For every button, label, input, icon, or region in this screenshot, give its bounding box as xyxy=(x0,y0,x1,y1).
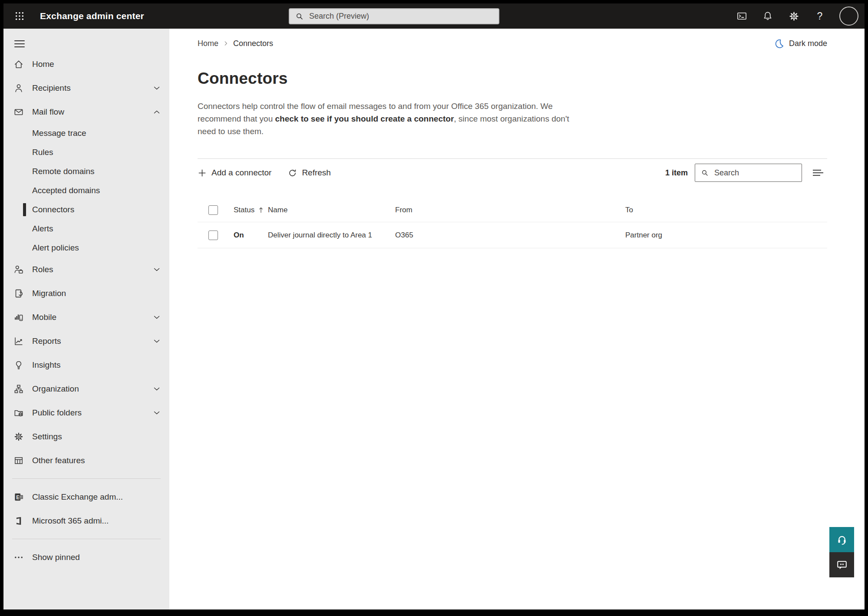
add-connector-label: Add a connector xyxy=(211,168,271,178)
column-label: Name xyxy=(268,206,287,214)
sidebar-item-remote-domains[interactable]: Remote domains xyxy=(3,162,169,181)
create-connector-link[interactable]: check to see if you should create a conn… xyxy=(275,114,454,123)
gear-icon xyxy=(13,431,24,442)
mobile-icon xyxy=(13,312,24,323)
sidebar-item-classic-exchange-admin[interactable]: E Classic Exchange adm... xyxy=(3,485,169,509)
sidebar-item-label: Home xyxy=(32,59,54,69)
sidebar-item-mobile[interactable]: Mobile xyxy=(3,305,169,329)
sort-ascending-icon xyxy=(258,206,264,214)
chevron-down-icon xyxy=(152,313,162,322)
refresh-icon xyxy=(288,168,297,178)
sidebar-item-reports[interactable]: Reports xyxy=(3,329,169,353)
app-launcher-icon xyxy=(15,11,24,21)
refresh-button[interactable]: Refresh xyxy=(288,168,331,178)
global-search-box[interactable] xyxy=(289,8,499,24)
migration-icon xyxy=(13,288,24,299)
chevron-down-icon xyxy=(152,336,162,346)
dark-mode-label: Dark mode xyxy=(789,39,827,48)
sidebar-item-label: Reports xyxy=(32,336,61,346)
sidebar-item-label: Recipients xyxy=(32,83,71,93)
sidebar-item-microsoft-365-admin[interactable]: Microsoft 365 admi... xyxy=(3,509,169,533)
page-title: Connectors xyxy=(198,69,827,88)
sidebar-item-show-pinned[interactable]: Show pinned xyxy=(3,545,169,569)
bell-icon xyxy=(762,10,773,22)
chevron-down-icon xyxy=(152,83,162,93)
column-header-name[interactable]: Name xyxy=(268,206,395,214)
sidebar-item-label: Public folders xyxy=(32,408,82,418)
sidebar-item-rules[interactable]: Rules xyxy=(3,143,169,162)
sidebar-item-label: Message trace xyxy=(32,128,86,138)
sidebar-item-alert-policies[interactable]: Alert policies xyxy=(3,238,169,257)
breadcrumb-chevron-icon xyxy=(223,40,229,47)
sidebar-item-recipients[interactable]: Recipients xyxy=(3,76,169,100)
chevron-down-icon xyxy=(152,384,162,394)
sidebar-item-mail-flow[interactable]: Mail flow xyxy=(3,100,169,124)
dark-mode-toggle[interactable]: Dark mode xyxy=(774,38,827,49)
powershell-terminal-icon xyxy=(736,11,748,21)
column-header-from[interactable]: From xyxy=(395,206,625,214)
notifications-button[interactable] xyxy=(761,10,774,23)
app-launcher-button[interactable] xyxy=(10,6,30,26)
list-search-box[interactable] xyxy=(695,164,802,182)
connectors-table: Status Name From To On Deliver journal d… xyxy=(198,198,827,248)
hamburger-icon xyxy=(14,39,25,49)
sidebar-item-migration[interactable]: Migration xyxy=(3,281,169,305)
filter-button[interactable] xyxy=(812,168,825,178)
sidebar-item-other-features[interactable]: Other features xyxy=(3,448,169,472)
table-row[interactable]: On Deliver journal directly to Area 1 O3… xyxy=(198,222,827,248)
feedback-button[interactable] xyxy=(829,552,854,577)
support-button[interactable] xyxy=(829,527,854,552)
exchange-admin-center-window: Exchange admin center xyxy=(3,3,865,609)
nav-collapse-button[interactable] xyxy=(13,37,26,50)
sidebar-item-insights[interactable]: Insights xyxy=(3,353,169,377)
add-connector-button[interactable]: Add a connector xyxy=(198,168,271,178)
sidebar-item-public-folders[interactable]: Public folders xyxy=(3,401,169,425)
sidebar-item-accepted-domains[interactable]: Accepted domains xyxy=(3,181,169,200)
sidebar-item-organization[interactable]: Organization xyxy=(3,377,169,401)
sidebar-item-roles[interactable]: Roles xyxy=(3,257,169,281)
sidebar-item-home[interactable]: Home xyxy=(3,52,169,76)
sidebar-item-label: Insights xyxy=(32,360,60,370)
sidebar-item-label: Connectors xyxy=(32,205,74,214)
column-label: Status xyxy=(234,206,254,214)
sidebar-item-settings[interactable]: Settings xyxy=(3,425,169,448)
column-header-to[interactable]: To xyxy=(625,206,827,214)
chevron-down-icon xyxy=(152,265,162,274)
column-header-status[interactable]: Status xyxy=(234,206,268,214)
screenshot-frame: Exchange admin center xyxy=(0,0,868,616)
account-avatar[interactable] xyxy=(839,7,858,26)
gear-icon xyxy=(789,11,799,22)
main-content: Home Connectors Dark mode Connectors Con… xyxy=(169,29,865,609)
top-bar-actions: ? xyxy=(735,3,858,29)
column-label: To xyxy=(625,206,633,214)
plus-icon xyxy=(198,168,207,178)
sidebar-item-alerts[interactable]: Alerts xyxy=(3,219,169,238)
list-search-input[interactable] xyxy=(713,168,802,178)
powershell-terminal-button[interactable] xyxy=(735,10,748,23)
sidebar-item-connectors[interactable]: Connectors xyxy=(3,200,169,219)
left-nav-sidebar: Home Recipients Mail flow xyxy=(3,29,169,609)
sidebar-item-message-trace[interactable]: Message trace xyxy=(3,124,169,143)
breadcrumb-current: Connectors xyxy=(233,39,273,48)
row-checkbox[interactable] xyxy=(208,231,218,240)
sidebar-item-label: Alert policies xyxy=(32,243,79,253)
more-dots-icon xyxy=(13,552,24,563)
settings-button[interactable] xyxy=(787,10,800,23)
select-all-checkbox[interactable] xyxy=(208,205,218,215)
sidebar-item-label: Migration xyxy=(32,289,66,298)
sidebar-item-label: Mobile xyxy=(32,313,56,322)
global-search-input[interactable] xyxy=(308,11,498,21)
folder-globe-icon xyxy=(13,407,24,418)
microsoft-365-icon xyxy=(13,515,24,527)
nav-list: Home Recipients Mail flow xyxy=(3,52,169,569)
cell-status: On xyxy=(234,231,268,240)
mail-icon xyxy=(13,106,24,118)
column-label: From xyxy=(395,206,413,214)
cell-from: O365 xyxy=(395,231,625,240)
breadcrumb-home-link[interactable]: Home xyxy=(198,39,218,48)
sidebar-divider xyxy=(12,478,161,479)
sidebar-item-label: Other features xyxy=(32,456,85,465)
breadcrumb: Home Connectors xyxy=(198,39,273,48)
page-description: Connectors help control the flow of emai… xyxy=(198,100,584,138)
help-button[interactable]: ? xyxy=(813,10,826,23)
